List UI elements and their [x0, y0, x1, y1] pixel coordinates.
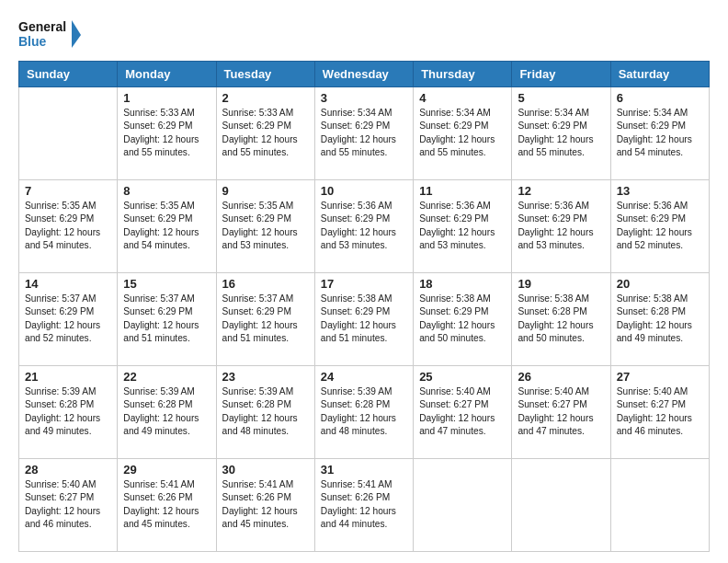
logo-svg: General Blue [18, 17, 83, 52]
calendar-cell: 13Sunrise: 5:36 AMSunset: 6:29 PMDayligh… [610, 180, 709, 273]
cell-day-number: 8 [123, 184, 210, 198]
cell-day-number: 16 [222, 277, 309, 291]
calendar-week-3: 14Sunrise: 5:37 AMSunset: 6:29 PMDayligh… [19, 273, 710, 366]
cell-info: Sunrise: 5:34 AMSunset: 6:29 PMDaylight:… [617, 107, 703, 159]
cell-info: Sunrise: 5:37 AMSunset: 6:29 PMDaylight:… [123, 293, 210, 345]
calendar-cell: 20Sunrise: 5:38 AMSunset: 6:28 PMDayligh… [610, 273, 709, 366]
cell-day-number: 25 [419, 370, 506, 384]
calendar-col-friday: Friday [512, 62, 610, 87]
calendar-cell: 16Sunrise: 5:37 AMSunset: 6:29 PMDayligh… [216, 273, 314, 366]
calendar-col-wednesday: Wednesday [314, 62, 413, 87]
calendar-cell: 29Sunrise: 5:41 AMSunset: 6:26 PMDayligh… [118, 459, 216, 552]
calendar-cell: 15Sunrise: 5:37 AMSunset: 6:29 PMDayligh… [118, 273, 216, 366]
calendar-cell: 18Sunrise: 5:38 AMSunset: 6:29 PMDayligh… [414, 273, 512, 366]
header: General Blue [18, 17, 710, 52]
cell-day-number: 23 [222, 370, 309, 384]
calendar-cell: 31Sunrise: 5:41 AMSunset: 6:26 PMDayligh… [314, 459, 413, 552]
cell-day-number: 15 [123, 277, 210, 291]
cell-info: Sunrise: 5:34 AMSunset: 6:29 PMDaylight:… [321, 107, 407, 159]
cell-info: Sunrise: 5:41 AMSunset: 6:26 PMDaylight:… [321, 478, 407, 531]
calendar-col-saturday: Saturday [610, 62, 709, 87]
cell-info: Sunrise: 5:36 AMSunset: 6:29 PMDaylight:… [419, 200, 506, 252]
calendar-col-monday: Monday [118, 62, 216, 87]
cell-info: Sunrise: 5:37 AMSunset: 6:29 PMDaylight:… [222, 293, 309, 345]
cell-info: Sunrise: 5:34 AMSunset: 6:29 PMDaylight:… [518, 107, 604, 159]
calendar-cell: 22Sunrise: 5:39 AMSunset: 6:28 PMDayligh… [118, 366, 216, 459]
cell-info: Sunrise: 5:34 AMSunset: 6:29 PMDaylight:… [419, 107, 506, 159]
cell-info: Sunrise: 5:38 AMSunset: 6:29 PMDaylight:… [321, 293, 407, 345]
logo: General Blue [18, 17, 83, 52]
cell-day-number: 17 [321, 277, 407, 291]
cell-day-number: 14 [25, 277, 111, 291]
cell-info: Sunrise: 5:36 AMSunset: 6:29 PMDaylight:… [518, 200, 604, 252]
calendar-week-2: 7Sunrise: 5:35 AMSunset: 6:29 PMDaylight… [19, 180, 710, 273]
calendar-cell: 30Sunrise: 5:41 AMSunset: 6:26 PMDayligh… [216, 459, 314, 552]
calendar-cell: 7Sunrise: 5:35 AMSunset: 6:29 PMDaylight… [19, 180, 118, 273]
cell-info: Sunrise: 5:41 AMSunset: 6:26 PMDaylight:… [222, 478, 309, 531]
cell-day-number: 21 [25, 370, 111, 384]
calendar-cell: 27Sunrise: 5:40 AMSunset: 6:27 PMDayligh… [610, 366, 709, 459]
cell-info: Sunrise: 5:36 AMSunset: 6:29 PMDaylight:… [617, 200, 703, 252]
cell-info: Sunrise: 5:38 AMSunset: 6:29 PMDaylight:… [419, 293, 506, 345]
cell-info: Sunrise: 5:39 AMSunset: 6:28 PMDaylight:… [123, 385, 210, 438]
calendar-cell: 6Sunrise: 5:34 AMSunset: 6:29 PMDaylight… [610, 87, 709, 180]
cell-info: Sunrise: 5:35 AMSunset: 6:29 PMDaylight:… [123, 200, 210, 252]
cell-day-number: 9 [222, 184, 309, 198]
cell-day-number: 22 [123, 370, 210, 384]
cell-day-number: 31 [321, 463, 407, 477]
cell-info: Sunrise: 5:35 AMSunset: 6:29 PMDaylight:… [25, 200, 111, 252]
cell-day-number: 20 [617, 277, 703, 291]
page: General Blue SundayMondayTuesdayWednesda… [0, 0, 728, 563]
cell-day-number: 7 [25, 184, 111, 198]
calendar-cell [414, 459, 512, 552]
cell-day-number: 29 [123, 463, 210, 477]
cell-info: Sunrise: 5:40 AMSunset: 6:27 PMDaylight:… [617, 385, 703, 438]
calendar-week-1: 1Sunrise: 5:33 AMSunset: 6:29 PMDaylight… [19, 87, 710, 180]
cell-day-number: 6 [617, 91, 703, 105]
calendar-cell: 8Sunrise: 5:35 AMSunset: 6:29 PMDaylight… [118, 180, 216, 273]
cell-info: Sunrise: 5:33 AMSunset: 6:29 PMDaylight:… [123, 107, 210, 159]
calendar-cell [19, 87, 118, 180]
cell-day-number: 4 [419, 91, 506, 105]
svg-marker-2 [72, 20, 81, 48]
calendar-cell: 11Sunrise: 5:36 AMSunset: 6:29 PMDayligh… [414, 180, 512, 273]
cell-info: Sunrise: 5:39 AMSunset: 6:28 PMDaylight:… [222, 385, 309, 438]
calendar-cell: 23Sunrise: 5:39 AMSunset: 6:28 PMDayligh… [216, 366, 314, 459]
cell-day-number: 30 [222, 463, 309, 477]
calendar-cell: 21Sunrise: 5:39 AMSunset: 6:28 PMDayligh… [19, 366, 118, 459]
calendar-cell: 28Sunrise: 5:40 AMSunset: 6:27 PMDayligh… [19, 459, 118, 552]
calendar-header-row: SundayMondayTuesdayWednesdayThursdayFrid… [19, 62, 710, 87]
cell-info: Sunrise: 5:37 AMSunset: 6:29 PMDaylight:… [25, 293, 111, 345]
cell-day-number: 11 [419, 184, 506, 198]
calendar-cell: 4Sunrise: 5:34 AMSunset: 6:29 PMDaylight… [414, 87, 512, 180]
cell-day-number: 3 [321, 91, 407, 105]
calendar-cell: 17Sunrise: 5:38 AMSunset: 6:29 PMDayligh… [314, 273, 413, 366]
cell-info: Sunrise: 5:38 AMSunset: 6:28 PMDaylight:… [617, 293, 703, 345]
calendar-cell [610, 459, 709, 552]
cell-day-number: 13 [617, 184, 703, 198]
calendar-week-4: 21Sunrise: 5:39 AMSunset: 6:28 PMDayligh… [19, 366, 710, 459]
calendar-cell: 25Sunrise: 5:40 AMSunset: 6:27 PMDayligh… [414, 366, 512, 459]
calendar-cell: 14Sunrise: 5:37 AMSunset: 6:29 PMDayligh… [19, 273, 118, 366]
calendar-cell [512, 459, 610, 552]
cell-info: Sunrise: 5:40 AMSunset: 6:27 PMDaylight:… [518, 385, 604, 438]
calendar-cell: 9Sunrise: 5:35 AMSunset: 6:29 PMDaylight… [216, 180, 314, 273]
cell-day-number: 24 [321, 370, 407, 384]
cell-info: Sunrise: 5:33 AMSunset: 6:29 PMDaylight:… [222, 107, 309, 159]
cell-day-number: 28 [25, 463, 111, 477]
cell-day-number: 27 [617, 370, 703, 384]
calendar-cell: 24Sunrise: 5:39 AMSunset: 6:28 PMDayligh… [314, 366, 413, 459]
calendar-col-tuesday: Tuesday [216, 62, 314, 87]
calendar-cell: 26Sunrise: 5:40 AMSunset: 6:27 PMDayligh… [512, 366, 610, 459]
cell-info: Sunrise: 5:41 AMSunset: 6:26 PMDaylight:… [123, 478, 210, 531]
cell-info: Sunrise: 5:39 AMSunset: 6:28 PMDaylight:… [321, 385, 407, 438]
svg-text:General: General [18, 19, 66, 34]
calendar-cell: 12Sunrise: 5:36 AMSunset: 6:29 PMDayligh… [512, 180, 610, 273]
cell-info: Sunrise: 5:40 AMSunset: 6:27 PMDaylight:… [25, 478, 111, 531]
cell-info: Sunrise: 5:40 AMSunset: 6:27 PMDaylight:… [419, 385, 506, 438]
calendar-cell: 19Sunrise: 5:38 AMSunset: 6:28 PMDayligh… [512, 273, 610, 366]
calendar-cell: 10Sunrise: 5:36 AMSunset: 6:29 PMDayligh… [314, 180, 413, 273]
cell-day-number: 2 [222, 91, 309, 105]
calendar-cell: 2Sunrise: 5:33 AMSunset: 6:29 PMDaylight… [216, 87, 314, 180]
cell-info: Sunrise: 5:36 AMSunset: 6:29 PMDaylight:… [321, 200, 407, 252]
